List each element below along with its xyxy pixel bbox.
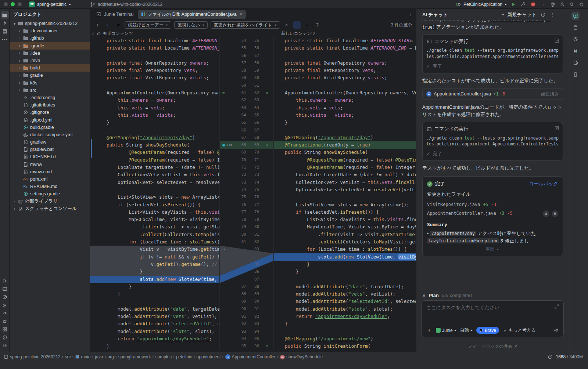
tree-item-mvnw.cmd[interactable]: mvnw.cmd <box>10 168 90 176</box>
diff-left-line[interactable]: AppointmentController(OwnerRepository ow… <box>90 89 220 97</box>
left-line-number[interactable]: 58 <box>237 67 246 74</box>
diff-left-line[interactable] <box>90 298 220 305</box>
whitespace-dropdown[interactable]: 無視しない <box>174 21 208 29</box>
tree-item-.devcontainer[interactable]: ›.devcontainer <box>10 27 90 35</box>
plugins-tool-button[interactable] <box>571 59 580 67</box>
right-line-number[interactable]: 66 <box>254 119 264 126</box>
diff-left-line[interactable] <box>90 186 220 193</box>
tree-item-mvnw[interactable]: mvnw <box>10 161 90 168</box>
right-line-number[interactable]: 61 <box>254 82 264 89</box>
diff-right-line[interactable]: List<SlotView> slots = new ArrayList<>()… <box>274 201 416 209</box>
right-line-number[interactable]: 93 <box>254 320 264 328</box>
tree-item-.idea[interactable]: ›.idea <box>10 50 90 57</box>
diff-left-line[interactable]: Collection<Vet> vetList = this.vets.fi <box>90 171 220 178</box>
tree-item-.gradle[interactable]: ›.gradle <box>10 42 90 50</box>
diff-right-line[interactable]: } <box>274 320 416 328</box>
diff-right-line[interactable]: model.addAttribute("vets", vetList); <box>274 290 416 298</box>
breadcrumb-item[interactable]: src <box>65 354 71 359</box>
open-in-terminal-icon[interactable] <box>554 38 560 44</box>
search-icon[interactable] <box>569 1 575 7</box>
left-line-number[interactable]: 80 <box>237 231 246 238</box>
breadcrumb-item[interactable]: petclinic <box>176 354 192 359</box>
right-line-number[interactable]: 57 <box>254 52 264 59</box>
terminal-tool-button[interactable] <box>1 285 9 293</box>
database-tool-button[interactable] <box>571 23 580 32</box>
tree-item-[interactable]: ›外部ライブラリ <box>10 198 90 205</box>
left-line-number[interactable]: 59 <box>237 74 246 82</box>
chat-options-icon[interactable]: ⋮ <box>550 12 556 18</box>
tree-item-.github[interactable]: ›.github <box>10 35 90 42</box>
event-log-icon[interactable] <box>547 354 553 360</box>
left-line-number[interactable]: 87 <box>237 283 246 290</box>
diff-right-line[interactable]: return "appointments/daySchedule"; <box>274 313 416 320</box>
right-line-number[interactable]: 86 <box>254 268 264 275</box>
right-line-number[interactable]: 67 <box>254 127 264 134</box>
chevron-right-icon[interactable]: › <box>17 66 22 70</box>
left-line-number[interactable]: 71 <box>237 164 246 171</box>
diff-left-line[interactable] <box>90 52 220 59</box>
diff-right-line[interactable]: Map<LocalTime, Visit> visitByTime = dayV <box>274 223 416 231</box>
expand-input-icon[interactable] <box>554 304 560 310</box>
structure-tool-button[interactable] <box>1 27 9 35</box>
changed-file-row[interactable]: AppointmentController.java+3-5↺⊕ <box>427 209 558 218</box>
left-line-number[interactable]: 91 <box>237 313 246 320</box>
diff-right-line[interactable]: AppointmentController(OwnerRepository ow… <box>274 89 416 97</box>
right-line-number[interactable]: 76 <box>254 193 264 201</box>
diff-left-line[interactable]: slots.add(new SlotView(time, v <box>90 276 220 283</box>
left-line-number[interactable]: 78 <box>237 216 246 223</box>
diff-left-line[interactable]: v.getPet().getName(); // <box>90 261 220 268</box>
chevron-right-icon[interactable]: › <box>17 59 22 63</box>
right-line-number[interactable]: 63 <box>254 97 264 104</box>
left-line-number[interactable]: 81 <box>237 238 246 246</box>
breadcrumb-item[interactable]: org <box>107 354 114 359</box>
left-line-number[interactable]: 64 <box>237 112 246 119</box>
left-line-number[interactable]: 76 <box>237 201 246 209</box>
right-line-number[interactable]: 65 <box>254 112 264 119</box>
right-line-number[interactable]: 74 <box>254 179 264 186</box>
left-line-number[interactable]: 67 <box>237 134 246 141</box>
diff-left-line[interactable] <box>90 82 220 89</box>
right-line-number[interactable]: 75 <box>254 186 264 193</box>
tab-junie-terminal[interactable]: Junie Terminal <box>92 10 137 19</box>
left-line-number[interactable]: 63 <box>237 104 246 112</box>
diff-right-line[interactable]: private final VisitRepository visits; <box>274 74 416 82</box>
tree-item-README.md[interactable]: M↓README.md <box>10 183 90 190</box>
diff-left-line[interactable] <box>90 127 220 134</box>
debug-tool-button[interactable] <box>1 317 9 325</box>
right-line-number[interactable]: 70 <box>254 149 264 156</box>
tree-item-.editorconfig[interactable]: .editorconfig <box>10 94 90 101</box>
chevron-down-icon[interactable]: ▾ <box>12 22 17 26</box>
diff-left-line[interactable]: } <box>90 283 220 290</box>
diff-left-line[interactable]: LocalDate targetDate = (date != null) <box>90 164 220 171</box>
tree-item-settings.gradle[interactable]: settings.gradle <box>10 190 90 198</box>
diff-right-line[interactable]: model.addAttribute("slots", slots); <box>274 305 416 313</box>
left-line-number[interactable]: 61 <box>237 89 246 97</box>
diff-right-line[interactable]: LocalDate targetDate = (date != null) ? … <box>274 171 416 178</box>
left-line-number[interactable]: 57 <box>237 59 246 67</box>
left-line-number[interactable]: 90 <box>237 305 246 313</box>
rollback-link[interactable]: ロールバック <box>529 180 558 188</box>
diff-settings-icon[interactable] <box>304 21 311 29</box>
diff-left-line[interactable]: private static final LocalTime AFTERNOON… <box>90 37 220 44</box>
right-line-number[interactable]: 58 <box>254 59 264 67</box>
right-line-number[interactable]: 96 <box>254 343 264 350</box>
tree-item-.gitattributes[interactable]: .gitattributes <box>10 101 90 109</box>
right-line-number[interactable]: 72 <box>254 164 264 171</box>
build-button[interactable] <box>520 1 526 7</box>
left-line-number[interactable]: 72 <box>237 171 246 178</box>
diff-right-line[interactable]: .collect(Collectors.toMap(Visit::get <box>274 238 416 246</box>
right-line-number[interactable]: 59 <box>254 67 264 74</box>
left-line-number[interactable]: 65 <box>237 119 246 126</box>
diff-right-line[interactable]: List<Visit> dayVisits = this.visits.find <box>274 216 416 223</box>
right-line-number[interactable]: 68 <box>254 134 264 141</box>
diff-right-line[interactable] <box>274 52 416 59</box>
tree-item-build[interactable]: ›build <box>10 64 90 72</box>
problems-tool-button[interactable] <box>1 293 9 301</box>
tree-item-[interactable]: ›スクラッチとコンソール <box>10 205 90 213</box>
left-line-number[interactable]: 75 <box>237 193 246 201</box>
tree-item-pom.xml[interactable]: </>pom.xml <box>10 176 90 183</box>
project-tool-button[interactable] <box>1 11 9 19</box>
diff-right-line[interactable]: this.owners = owners; <box>274 97 416 104</box>
diff-right-line[interactable]: @GetMapping("/appointments/new") <box>274 335 416 343</box>
diff-right-line[interactable]: private static final LocalTime AFTERNOON… <box>274 44 416 52</box>
